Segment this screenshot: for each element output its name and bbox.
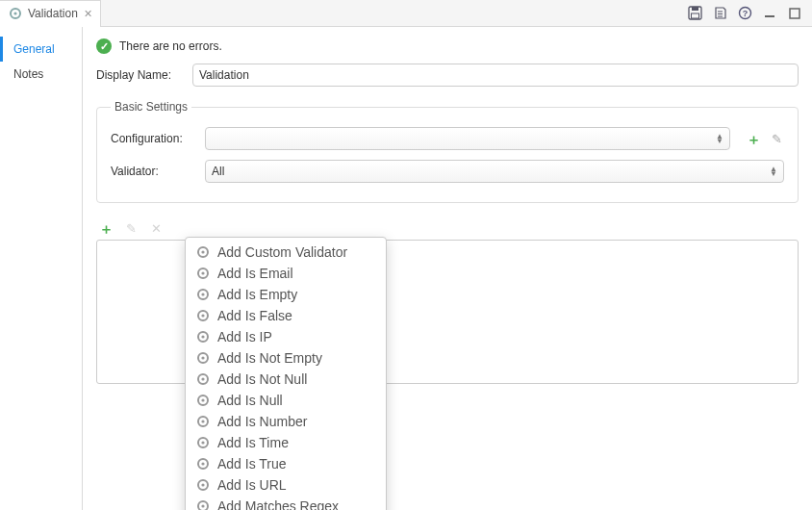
validator-select[interactable]: All ▲▼ (205, 160, 784, 183)
tab-title: Validation (28, 7, 78, 20)
list-toolbar: ＋ ✎ ✕ (96, 220, 799, 236)
tab-validation[interactable]: Validation ✕ (0, 0, 101, 27)
svg-text:?: ? (742, 9, 748, 18)
status-message: There are no errors. (119, 39, 222, 53)
svg-point-14 (201, 293, 204, 295)
component-icon (195, 245, 210, 260)
svg-point-1 (13, 12, 16, 14)
component-icon (195, 309, 210, 323)
component-icon (195, 330, 210, 344)
svg-point-10 (201, 250, 204, 253)
basic-settings-legend: Basic Settings (111, 100, 191, 114)
close-icon[interactable]: ✕ (84, 8, 92, 20)
menu-item[interactable]: Add Custom Validator (186, 242, 386, 263)
display-name-input[interactable] (192, 64, 799, 87)
menu-item[interactable]: Add Is Not Empty (186, 347, 386, 369)
add-validator-menu: Add Custom ValidatorAdd Is EmailAdd Is E… (185, 237, 387, 510)
main-panel: ✓ There are no errors. Display Name: Bas… (83, 27, 812, 510)
svg-point-32 (201, 483, 204, 486)
component-icon (195, 499, 210, 511)
menu-item-label: Add Is True (217, 456, 287, 472)
add-icon[interactable]: ＋ (746, 131, 761, 146)
svg-point-20 (201, 356, 204, 359)
menu-item-label: Add Is Email (217, 266, 293, 281)
sidebar-item-label: General (13, 42, 55, 56)
component-icon (8, 7, 22, 21)
validator-label: Validator: (111, 165, 195, 178)
component-icon (195, 478, 210, 493)
svg-point-26 (201, 420, 204, 422)
menu-item[interactable]: Add Is IP (186, 326, 386, 347)
menu-item[interactable]: Add Is Not Null (186, 369, 386, 390)
sidebar-item-label: Notes (13, 67, 43, 81)
status-row: ✓ There are no errors. (96, 35, 799, 64)
component-icon (195, 436, 210, 450)
menu-item[interactable]: Add Is Email (186, 263, 386, 284)
component-icon (195, 394, 210, 408)
menu-item-label: Add Is Time (217, 435, 289, 450)
menu-item[interactable]: Add Is Time (186, 432, 386, 453)
menu-item-label: Add Custom Validator (217, 244, 347, 260)
menu-item[interactable]: Add Matches Regex (186, 496, 386, 510)
svg-rect-3 (692, 7, 698, 11)
svg-point-18 (201, 335, 204, 338)
chevron-updown-icon: ▲▼ (716, 134, 723, 143)
component-icon (195, 288, 210, 302)
topbar: Validation ✕ ? (0, 0, 812, 27)
menu-item[interactable]: Add Is URL (186, 474, 386, 496)
help-icon[interactable]: ? (737, 6, 752, 21)
configuration-row: Configuration: ▲▼ ＋ ✎ (111, 127, 784, 150)
menu-item-label: Add Is Not Empty (217, 350, 322, 366)
component-icon (195, 372, 210, 387)
svg-point-24 (201, 398, 204, 401)
svg-point-22 (201, 377, 204, 380)
component-icon (195, 351, 210, 366)
menu-item-label: Add Is URL (217, 477, 287, 493)
display-name-row: Display Name: (96, 64, 799, 87)
menu-item[interactable]: Add Is Null (186, 390, 386, 411)
save-icon[interactable] (687, 6, 702, 21)
ok-icon: ✓ (96, 38, 112, 54)
menu-item-label: Add Is IP (217, 329, 272, 344)
menu-item-label: Add Is Not Null (217, 371, 307, 387)
sidebar: General Notes (0, 27, 83, 510)
minimize-icon[interactable] (762, 6, 777, 21)
svg-point-30 (201, 462, 204, 465)
menu-item[interactable]: Add Is Empty (186, 284, 386, 305)
component-icon (195, 267, 210, 281)
svg-rect-8 (790, 9, 799, 18)
svg-point-28 (201, 441, 204, 444)
svg-point-34 (201, 504, 204, 507)
edit-validator-button[interactable]: ✎ (123, 220, 139, 236)
validator-value: All (212, 165, 224, 178)
configuration-label: Configuration: (111, 132, 195, 145)
menu-item[interactable]: Add Is False (186, 305, 386, 326)
configuration-select[interactable]: ▲▼ (205, 127, 730, 150)
toolbar-right: ? (687, 6, 812, 21)
menu-item-label: Add Is Empty (217, 287, 297, 302)
menu-item-label: Add Is Number (217, 414, 307, 429)
svg-rect-7 (765, 15, 774, 17)
display-name-label: Display Name: (96, 68, 183, 82)
svg-rect-4 (691, 13, 698, 18)
svg-point-12 (201, 271, 204, 274)
component-icon (195, 457, 210, 472)
maximize-icon[interactable] (787, 6, 802, 21)
menu-item-label: Add Is Null (217, 393, 283, 408)
validator-row: Validator: All ▲▼ (111, 160, 784, 183)
sidebar-item-notes[interactable]: Notes (0, 62, 82, 87)
menu-item[interactable]: Add Is True (186, 453, 386, 474)
basic-settings: Basic Settings Configuration: ▲▼ ＋ ✎ Val… (96, 100, 799, 203)
sidebar-item-general[interactable]: General (0, 37, 82, 62)
svg-point-16 (201, 314, 204, 317)
checklist-icon[interactable] (712, 6, 727, 21)
delete-validator-button[interactable]: ✕ (148, 220, 164, 236)
component-icon (195, 415, 210, 429)
menu-item[interactable]: Add Is Number (186, 411, 386, 432)
edit-icon[interactable]: ✎ (769, 131, 784, 146)
menu-item-label: Add Is False (217, 308, 292, 323)
menu-item-label: Add Matches Regex (217, 498, 339, 510)
add-validator-button[interactable]: ＋ (98, 220, 114, 236)
chevron-updown-icon: ▲▼ (770, 166, 777, 176)
